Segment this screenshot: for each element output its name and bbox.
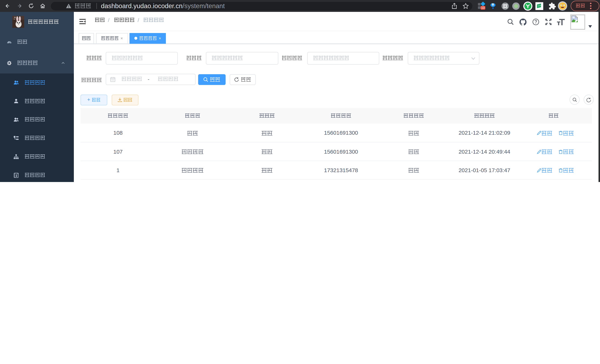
svg-text:10: 10 [481, 6, 485, 10]
